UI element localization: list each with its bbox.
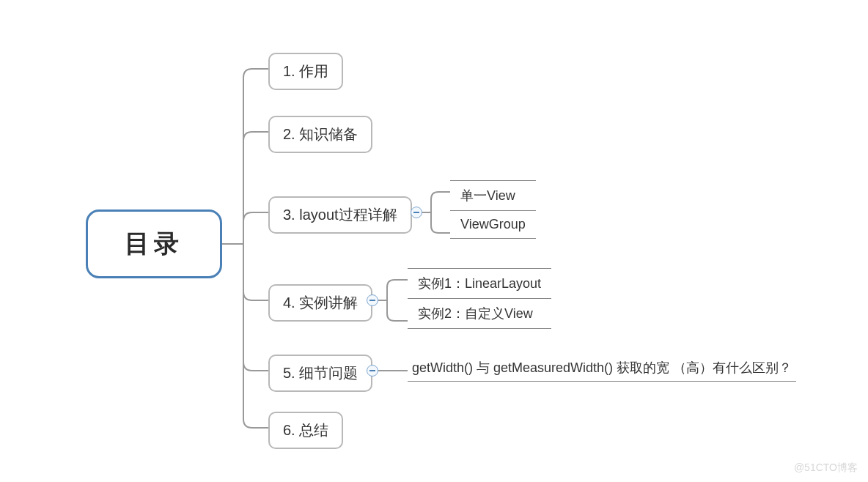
- node-4-label: 4. 实例讲解: [283, 294, 358, 311]
- collapse-handle-node-4[interactable]: [367, 294, 378, 306]
- leaf-5-1[interactable]: getWidth() 与 getMeasuredWidth() 获取的宽 （高）…: [408, 359, 796, 382]
- node-6-label: 6. 总结: [283, 422, 328, 438]
- watermark: @51CTO博客: [794, 461, 858, 475]
- leaf-4-2[interactable]: 实例2：自定义View: [408, 299, 551, 329]
- node-1-label: 1. 作用: [283, 63, 328, 79]
- node-3-label: 3. layout过程详解: [283, 207, 397, 223]
- root-title: 目录: [125, 227, 183, 261]
- node-2[interactable]: 2. 知识储备: [268, 116, 372, 153]
- node-1[interactable]: 1. 作用: [268, 53, 343, 90]
- collapse-handle-node-3[interactable]: [411, 207, 422, 218]
- node-6[interactable]: 6. 总结: [268, 412, 343, 449]
- leaf-3-2[interactable]: ViewGroup: [450, 211, 536, 239]
- node-4-leaves: 实例1：LinearLayout 实例2：自定义View: [408, 268, 551, 329]
- root-node[interactable]: 目录: [86, 210, 222, 278]
- leaf-3-1[interactable]: 单一View: [450, 180, 536, 211]
- node-5[interactable]: 5. 细节问题: [268, 355, 372, 392]
- node-4[interactable]: 4. 实例讲解: [268, 284, 372, 322]
- node-3-leaves: 单一View ViewGroup: [450, 180, 536, 239]
- leaf-4-1[interactable]: 实例1：LinearLayout: [408, 268, 551, 299]
- node-3[interactable]: 3. layout过程详解: [268, 196, 412, 234]
- node-5-label: 5. 细节问题: [283, 365, 358, 381]
- node-2-label: 2. 知识储备: [283, 126, 358, 142]
- mindmap-canvas: 目录 1. 作用 2. 知识储备 3. layout过程详解 单一View Vi…: [0, 0, 868, 482]
- collapse-handle-node-5[interactable]: [367, 365, 378, 377]
